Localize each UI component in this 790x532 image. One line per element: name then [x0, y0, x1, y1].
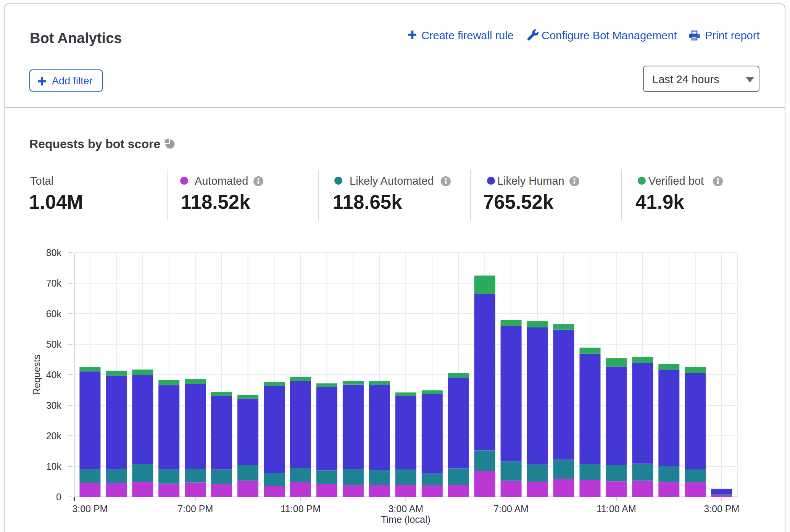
svg-text:7:00 AM: 7:00 AM — [493, 503, 529, 514]
svg-text:30k: 30k — [46, 400, 62, 411]
svg-text:50k: 50k — [46, 339, 62, 350]
svg-text:70k: 70k — [46, 278, 62, 289]
svg-text:7:00 PM: 7:00 PM — [177, 503, 213, 514]
svg-text:20k: 20k — [46, 430, 62, 441]
svg-text:40k: 40k — [46, 369, 62, 380]
svg-text:11:00 AM: 11:00 AM — [597, 503, 636, 514]
svg-text:3:00 PM: 3:00 PM — [72, 503, 108, 514]
svg-text:Requests: Requests — [31, 355, 42, 395]
svg-text:0: 0 — [56, 492, 61, 502]
svg-text:3:00 AM: 3:00 AM — [388, 503, 423, 514]
svg-text:3:00 PM: 3:00 PM — [704, 503, 739, 514]
svg-text:11:00 PM: 11:00 PM — [281, 503, 321, 514]
svg-text:60k: 60k — [46, 308, 62, 319]
svg-text:80k: 80k — [46, 247, 62, 258]
svg-text:Time (local): Time (local) — [381, 514, 430, 525]
svg-text:10k: 10k — [46, 461, 62, 472]
